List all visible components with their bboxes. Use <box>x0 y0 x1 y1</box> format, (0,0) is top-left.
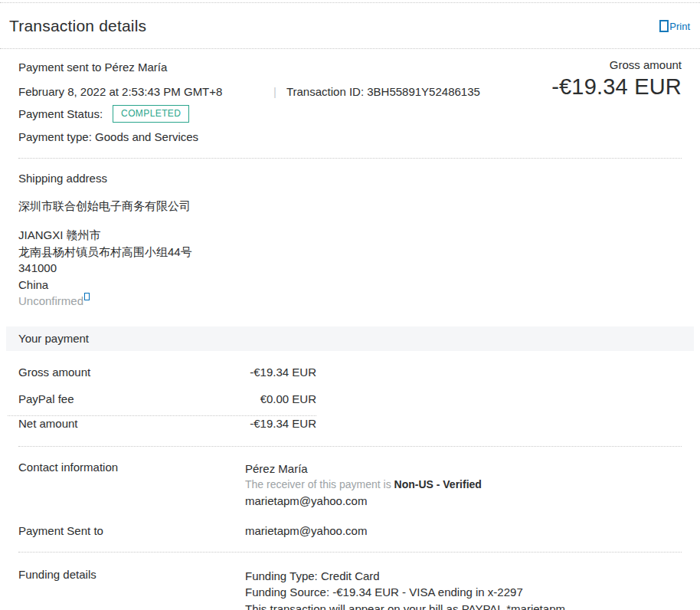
page-title: Transaction details <box>9 17 146 35</box>
shipping-line: JIANGXI 赣州市 <box>18 227 682 244</box>
payment-type: Payment type: Goods and Services <box>18 130 682 143</box>
gross-amount-box: Gross amount -€19.34 EUR <box>551 58 682 100</box>
your-payment-heading: Your payment <box>18 332 89 345</box>
contact-information-label: Contact information <box>18 461 245 509</box>
row-label: PayPal fee <box>18 392 74 407</box>
shipping-company: 深圳市联合创始电子商务有限公司 <box>18 199 682 214</box>
transaction-id: Transaction ID: 3BH55891Y52486135 <box>286 85 480 98</box>
payment-sent-to-email: marietapm@yahoo.com <box>245 524 682 537</box>
funding-details-label: Funding details <box>18 568 245 610</box>
payment-status-label: Payment Status: <box>18 107 103 120</box>
print-button[interactable]: Print <box>659 20 690 32</box>
contact-information-row: Contact information Pérez María The rece… <box>0 461 700 509</box>
row-value: €0.00 EUR <box>260 392 316 407</box>
shipping-line: China <box>18 277 682 294</box>
table-row: Gross amount -€19.34 EUR <box>8 358 316 385</box>
separator: | <box>273 85 276 98</box>
shipping-line: 341000 <box>18 260 682 277</box>
table-row: Net amount -€19.34 EUR <box>8 415 316 437</box>
address-info-icon[interactable] <box>84 293 90 300</box>
payment-summary: Payment sent to Pérez María February 8, … <box>0 49 700 158</box>
contact-divider <box>18 552 682 553</box>
funding-type: Funding Type: Credit Card <box>245 568 682 585</box>
your-payment-table: Gross amount -€19.34 EUR PayPal fee €0.0… <box>0 358 700 446</box>
print-icon <box>659 20 669 32</box>
payment-sent-to-label: Payment Sent to <box>18 524 245 537</box>
row-label: Net amount <box>18 416 78 431</box>
your-payment-header: Your payment <box>6 326 694 351</box>
row-value: -€19.34 EUR <box>250 416 316 431</box>
row-value: -€19.34 EUR <box>250 365 316 380</box>
gross-amount-label: Gross amount <box>551 58 682 71</box>
transaction-date: February 8, 2022 at 2:53:43 PM GMT+8 <box>18 85 273 98</box>
shipping-address-heading: Shipping address <box>18 172 682 185</box>
funding-source: Funding Source: -€19.34 EUR - VISA endin… <box>245 584 682 601</box>
shipping-address-section: Shipping address 深圳市联合创始电子商务有限公司 JIANGXI… <box>0 159 700 326</box>
page-header: Transaction details Print <box>0 3 700 48</box>
row-label: Gross amount <box>18 365 90 380</box>
gross-amount-value: -€19.34 EUR <box>551 74 682 100</box>
receiver-note-text: The receiver of this payment is <box>245 478 394 490</box>
payment-sent-to-row: Payment Sent to marietapm@yahoo.com <box>0 524 700 552</box>
receiver-status: Non-US - Verified <box>394 478 482 490</box>
table-row: PayPal fee €0.00 EUR <box>8 385 316 412</box>
contact-email: marietapm@yahoo.com <box>245 493 682 509</box>
funding-details-row: Funding details Funding Type: Credit Car… <box>0 568 700 610</box>
payment-table-divider <box>18 446 682 447</box>
shipping-line: 龙南县杨村镇员布村高围小组44号 <box>18 244 682 261</box>
status-badge: COMPLETED <box>113 105 189 123</box>
contact-name: Pérez María <box>245 461 682 477</box>
address-status: Unconfirmed <box>18 294 83 307</box>
print-label: Print <box>669 21 690 32</box>
funding-bill-note: This transaction will appear on your bil… <box>245 601 682 610</box>
